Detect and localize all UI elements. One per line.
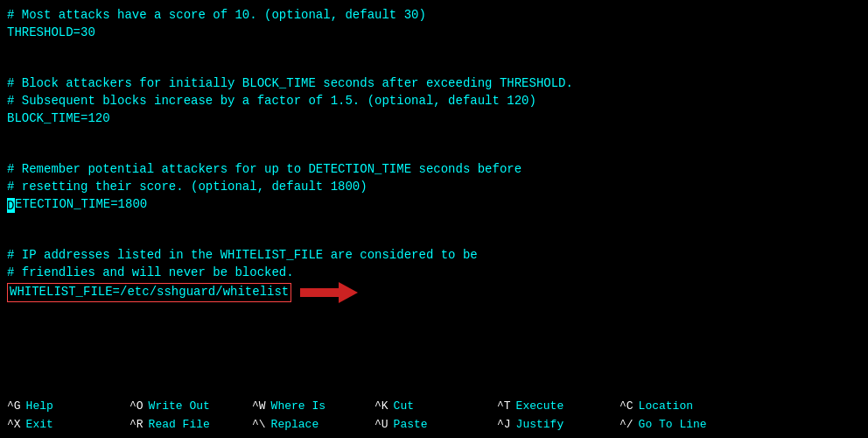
shortcut-label: Where Is bbox=[271, 398, 326, 416]
shortcut-group-3: ^KCut^UPaste bbox=[368, 396, 490, 436]
shortcut-key: ^O bbox=[130, 398, 144, 416]
shortcut-item[interactable]: ^KCut bbox=[374, 398, 483, 416]
shortcut-item[interactable]: ^CLocation bbox=[620, 398, 728, 416]
editor-line: # friendlies and will never be blocked. bbox=[7, 265, 861, 282]
terminal: # Most attacks have a score of 10. (opti… bbox=[0, 0, 868, 438]
shortcut-item[interactable]: ^RRead File bbox=[130, 416, 238, 434]
shortcut-label: Exit bbox=[26, 416, 53, 434]
editor-line: WHITELIST_FILE=/etc/sshguard/whitelist bbox=[7, 282, 861, 303]
shortcut-group-4: ^TExecute^JJustify bbox=[490, 396, 612, 436]
editor-line: # resetting their score. (optional, defa… bbox=[7, 179, 861, 196]
shortcut-key: ^\ bbox=[252, 416, 266, 434]
shortcut-group-0: ^GHelp^XExit bbox=[0, 396, 122, 436]
editor-line: # Block attackers for initially BLOCK_TI… bbox=[7, 75, 861, 93]
shortcut-key: ^C bbox=[620, 398, 634, 416]
editor-line: # Remember potential attackers for up to… bbox=[7, 161, 861, 179]
editor-line bbox=[7, 213, 861, 230]
shortcut-label: Justify bbox=[516, 416, 564, 434]
shortcut-item[interactable]: ^\Replace bbox=[252, 416, 360, 434]
highlighted-line: WHITELIST_FILE=/etc/sshguard/whitelist bbox=[7, 283, 291, 302]
shortcut-label: Paste bbox=[394, 416, 428, 434]
shortcut-item[interactable]: ^UPaste bbox=[374, 416, 483, 434]
editor-line: # Most attacks have a score of 10. (opti… bbox=[7, 7, 861, 25]
editor-line bbox=[7, 127, 861, 145]
shortcut-item[interactable]: ^/Go To Line bbox=[620, 416, 728, 434]
shortcut-label: Location bbox=[639, 398, 693, 416]
arrow-indicator bbox=[300, 282, 358, 303]
editor-area[interactable]: # Most attacks have a score of 10. (opti… bbox=[0, 4, 868, 392]
shortcut-key: ^G bbox=[7, 398, 21, 416]
shortcut-key: ^J bbox=[497, 416, 511, 434]
editor-line: THRESHOLD=30 bbox=[7, 25, 861, 42]
editor-line: # Subsequent blocks increase by a factor… bbox=[7, 93, 861, 110]
cursor: D bbox=[7, 198, 15, 213]
editor-line: DETECTION_TIME=1800 bbox=[7, 196, 861, 214]
shortcut-key: ^R bbox=[130, 416, 144, 434]
shortcut-group-5: ^CLocation^/Go To Line bbox=[612, 396, 735, 436]
editor-line: # IP addresses listed in the WHITELIST_F… bbox=[7, 247, 861, 265]
shortcut-label: Go To Line bbox=[639, 416, 707, 434]
editor-line bbox=[7, 145, 861, 162]
shortcut-key: ^T bbox=[497, 398, 511, 416]
shortcut-item[interactable]: ^TExecute bbox=[497, 398, 606, 416]
shortcut-label: Read File bbox=[149, 416, 210, 434]
shortcut-key: ^U bbox=[374, 416, 388, 434]
editor-line bbox=[7, 41, 861, 59]
editor-line: BLOCK_TIME=120 bbox=[7, 110, 861, 128]
shortcut-label: Write Out bbox=[149, 398, 210, 416]
shortcut-item[interactable]: ^JJustify bbox=[497, 416, 606, 434]
shortcut-label: Help bbox=[26, 398, 53, 416]
shortcut-key: ^/ bbox=[620, 416, 634, 434]
shortcut-item[interactable]: ^OWrite Out bbox=[130, 398, 238, 416]
editor-line bbox=[7, 59, 861, 76]
editor-line bbox=[7, 230, 861, 248]
bottom-bar: ^GHelp^XExit^OWrite Out^RRead File^WWher… bbox=[0, 392, 868, 438]
shortcut-group-1: ^OWrite Out^RRead File bbox=[122, 396, 245, 436]
shortcut-label: Cut bbox=[394, 398, 414, 416]
shortcut-item[interactable]: ^WWhere Is bbox=[252, 398, 360, 416]
shortcut-label: Replace bbox=[271, 416, 319, 434]
shortcut-group-2: ^WWhere Is^\Replace bbox=[245, 396, 368, 436]
shortcut-key: ^W bbox=[252, 398, 266, 416]
shortcut-item[interactable]: ^XExit bbox=[7, 416, 116, 434]
shortcut-item[interactable]: ^GHelp bbox=[7, 398, 116, 416]
shortcut-key: ^X bbox=[7, 416, 21, 434]
shortcut-key: ^K bbox=[374, 398, 388, 416]
shortcut-label: Execute bbox=[516, 398, 564, 416]
